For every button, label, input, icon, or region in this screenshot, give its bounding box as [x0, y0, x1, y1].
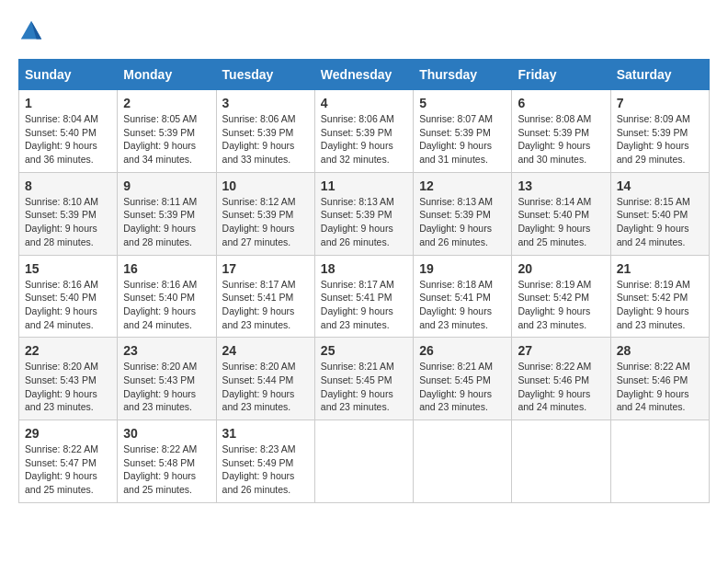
calendar-cell: 26 Sunrise: 8:21 AM Sunset: 5:45 PM Dayl… — [414, 338, 512, 420]
day-number: 3 — [222, 96, 309, 110]
calendar-week-3: 15 Sunrise: 8:16 AM Sunset: 5:40 PM Dayl… — [19, 255, 710, 338]
cell-content: Sunrise: 8:22 AM Sunset: 5:47 PM Dayligh… — [25, 442, 111, 497]
cell-content: Sunrise: 8:11 AM Sunset: 5:39 PM Dayligh… — [123, 195, 210, 249]
calendar-cell: 8 Sunrise: 8:10 AM Sunset: 5:39 PM Dayli… — [19, 172, 118, 255]
calendar-cell — [314, 420, 413, 503]
cell-content: Sunrise: 8:15 AM Sunset: 5:40 PM Dayligh… — [617, 195, 703, 249]
cell-content: Sunrise: 8:09 AM Sunset: 5:39 PM Dayligh… — [617, 112, 703, 167]
calendar-cell: 25 Sunrise: 8:21 AM Sunset: 5:45 PM Dayl… — [314, 338, 413, 420]
calendar-cell: 16 Sunrise: 8:16 AM Sunset: 5:40 PM Dayl… — [118, 255, 216, 338]
calendar-cell: 5 Sunrise: 8:07 AM Sunset: 5:39 PM Dayli… — [414, 90, 512, 173]
day-number: 22 — [25, 343, 111, 358]
day-number: 8 — [25, 178, 111, 193]
calendar-cell: 30 Sunrise: 8:22 AM Sunset: 5:48 PM Dayl… — [118, 420, 216, 503]
cell-content: Sunrise: 8:05 AM Sunset: 5:39 PM Dayligh… — [123, 112, 210, 167]
calendar-cell: 13 Sunrise: 8:14 AM Sunset: 5:40 PM Dayl… — [512, 172, 610, 255]
day-number: 9 — [123, 178, 210, 193]
cell-content: Sunrise: 8:06 AM Sunset: 5:39 PM Dayligh… — [321, 112, 407, 167]
page-header — [18, 18, 710, 44]
cell-content: Sunrise: 8:17 AM Sunset: 5:41 PM Dayligh… — [222, 278, 309, 332]
cell-content: Sunrise: 8:17 AM Sunset: 5:41 PM Dayligh… — [321, 278, 407, 332]
day-number: 15 — [25, 261, 111, 276]
day-number: 19 — [419, 261, 506, 276]
calendar-cell: 17 Sunrise: 8:17 AM Sunset: 5:41 PM Dayl… — [216, 255, 314, 338]
calendar-cell: 7 Sunrise: 8:09 AM Sunset: 5:39 PM Dayli… — [610, 90, 709, 173]
calendar-cell: 23 Sunrise: 8:20 AM Sunset: 5:43 PM Dayl… — [118, 338, 216, 420]
calendar-cell: 6 Sunrise: 8:08 AM Sunset: 5:39 PM Dayli… — [512, 90, 610, 173]
day-number: 16 — [123, 261, 210, 276]
cell-content: Sunrise: 8:20 AM Sunset: 5:44 PM Dayligh… — [222, 360, 309, 414]
calendar-cell — [512, 420, 610, 503]
day-number: 4 — [321, 96, 407, 110]
day-number: 21 — [617, 261, 703, 276]
calendar-cell: 22 Sunrise: 8:20 AM Sunset: 5:43 PM Dayl… — [19, 338, 118, 420]
calendar-cell: 12 Sunrise: 8:13 AM Sunset: 5:39 PM Dayl… — [414, 172, 512, 255]
calendar-cell: 28 Sunrise: 8:22 AM Sunset: 5:46 PM Dayl… — [610, 338, 709, 420]
cell-content: Sunrise: 8:20 AM Sunset: 5:43 PM Dayligh… — [25, 360, 111, 414]
cell-content: Sunrise: 8:20 AM Sunset: 5:43 PM Dayligh… — [123, 360, 210, 414]
calendar-table: SundayMondayTuesdayWednesdayThursdayFrid… — [18, 59, 710, 503]
day-number: 10 — [222, 178, 309, 193]
calendar-header-row: SundayMondayTuesdayWednesdayThursdayFrid… — [19, 60, 710, 90]
cell-content: Sunrise: 8:04 AM Sunset: 5:40 PM Dayligh… — [25, 112, 111, 167]
day-number: 2 — [123, 96, 210, 110]
cell-content: Sunrise: 8:14 AM Sunset: 5:40 PM Dayligh… — [518, 195, 604, 249]
calendar-cell: 1 Sunrise: 8:04 AM Sunset: 5:40 PM Dayli… — [19, 90, 118, 173]
cell-content: Sunrise: 8:12 AM Sunset: 5:39 PM Dayligh… — [222, 195, 309, 249]
day-number: 7 — [617, 96, 703, 110]
calendar-cell: 2 Sunrise: 8:05 AM Sunset: 5:39 PM Dayli… — [118, 90, 216, 173]
calendar-week-5: 29 Sunrise: 8:22 AM Sunset: 5:47 PM Dayl… — [19, 420, 710, 503]
day-number: 5 — [419, 96, 506, 110]
day-number: 27 — [518, 343, 604, 358]
day-number: 13 — [518, 178, 604, 193]
calendar-cell: 9 Sunrise: 8:11 AM Sunset: 5:39 PM Dayli… — [118, 172, 216, 255]
day-header-wednesday: Wednesday — [314, 60, 413, 90]
calendar-cell: 18 Sunrise: 8:17 AM Sunset: 5:41 PM Dayl… — [314, 255, 413, 338]
cell-content: Sunrise: 8:21 AM Sunset: 5:45 PM Dayligh… — [419, 360, 506, 414]
calendar-week-1: 1 Sunrise: 8:04 AM Sunset: 5:40 PM Dayli… — [19, 90, 710, 173]
day-number: 24 — [222, 343, 309, 358]
day-number: 11 — [321, 178, 407, 193]
day-header-sunday: Sunday — [19, 60, 118, 90]
cell-content: Sunrise: 8:18 AM Sunset: 5:41 PM Dayligh… — [419, 278, 506, 332]
day-number: 20 — [518, 261, 604, 276]
calendar-cell: 11 Sunrise: 8:13 AM Sunset: 5:39 PM Dayl… — [314, 172, 413, 255]
calendar-cell: 31 Sunrise: 8:23 AM Sunset: 5:49 PM Dayl… — [216, 420, 314, 503]
day-header-monday: Monday — [118, 60, 216, 90]
cell-content: Sunrise: 8:16 AM Sunset: 5:40 PM Dayligh… — [123, 278, 210, 332]
calendar-cell: 14 Sunrise: 8:15 AM Sunset: 5:40 PM Dayl… — [610, 172, 709, 255]
day-number: 29 — [25, 426, 111, 441]
day-number: 30 — [123, 426, 210, 441]
day-number: 14 — [617, 178, 703, 193]
calendar-cell: 4 Sunrise: 8:06 AM Sunset: 5:39 PM Dayli… — [314, 90, 413, 173]
calendar-cell: 21 Sunrise: 8:19 AM Sunset: 5:42 PM Dayl… — [610, 255, 709, 338]
day-number: 25 — [321, 343, 407, 358]
day-number: 31 — [222, 426, 309, 441]
day-header-friday: Friday — [512, 60, 610, 90]
calendar-cell: 10 Sunrise: 8:12 AM Sunset: 5:39 PM Dayl… — [216, 172, 314, 255]
calendar-cell — [610, 420, 709, 503]
day-number: 23 — [123, 343, 210, 358]
cell-content: Sunrise: 8:23 AM Sunset: 5:49 PM Dayligh… — [222, 442, 309, 497]
cell-content: Sunrise: 8:22 AM Sunset: 5:46 PM Dayligh… — [617, 360, 703, 414]
calendar-cell: 15 Sunrise: 8:16 AM Sunset: 5:40 PM Dayl… — [19, 255, 118, 338]
day-header-saturday: Saturday — [610, 60, 709, 90]
cell-content: Sunrise: 8:21 AM Sunset: 5:45 PM Dayligh… — [321, 360, 407, 414]
cell-content: Sunrise: 8:10 AM Sunset: 5:39 PM Dayligh… — [25, 195, 111, 249]
logo — [18, 18, 48, 44]
calendar-cell: 3 Sunrise: 8:06 AM Sunset: 5:39 PM Dayli… — [216, 90, 314, 173]
cell-content: Sunrise: 8:19 AM Sunset: 5:42 PM Dayligh… — [617, 278, 703, 332]
day-number: 1 — [25, 96, 111, 110]
cell-content: Sunrise: 8:06 AM Sunset: 5:39 PM Dayligh… — [222, 112, 309, 167]
day-header-thursday: Thursday — [414, 60, 512, 90]
day-number: 6 — [518, 96, 604, 110]
cell-content: Sunrise: 8:13 AM Sunset: 5:39 PM Dayligh… — [321, 195, 407, 249]
calendar-body: 1 Sunrise: 8:04 AM Sunset: 5:40 PM Dayli… — [19, 90, 710, 503]
calendar-week-4: 22 Sunrise: 8:20 AM Sunset: 5:43 PM Dayl… — [19, 338, 710, 420]
cell-content: Sunrise: 8:08 AM Sunset: 5:39 PM Dayligh… — [518, 112, 604, 167]
cell-content: Sunrise: 8:22 AM Sunset: 5:48 PM Dayligh… — [123, 442, 210, 497]
calendar-week-2: 8 Sunrise: 8:10 AM Sunset: 5:39 PM Dayli… — [19, 172, 710, 255]
calendar-cell: 29 Sunrise: 8:22 AM Sunset: 5:47 PM Dayl… — [19, 420, 118, 503]
day-number: 28 — [617, 343, 703, 358]
cell-content: Sunrise: 8:16 AM Sunset: 5:40 PM Dayligh… — [25, 278, 111, 332]
